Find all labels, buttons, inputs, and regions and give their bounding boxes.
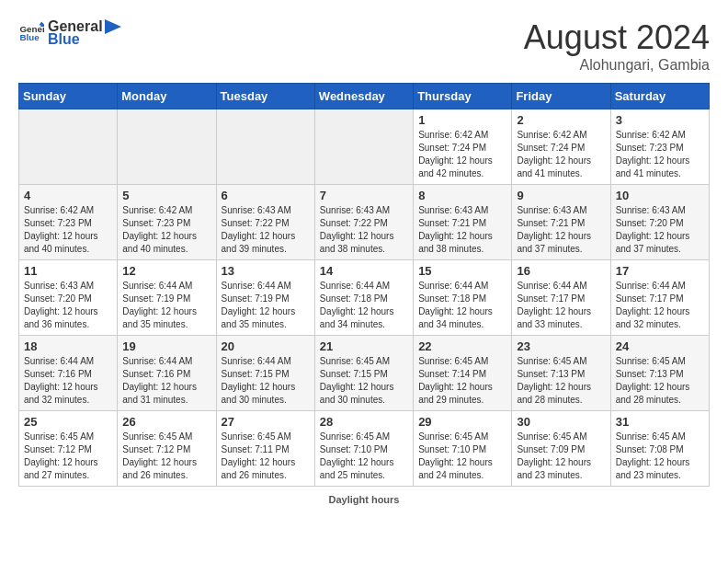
calendar-cell [118,109,216,185]
calendar-cell: 31Sunrise: 6:45 AM Sunset: 7:08 PM Dayli… [610,411,709,487]
logo: General Blue General Blue [18,18,121,48]
calendar-cell: 1Sunrise: 6:42 AM Sunset: 7:24 PM Daylig… [414,109,512,185]
day-info: Sunrise: 6:45 AM Sunset: 7:13 PM Dayligh… [517,355,605,407]
day-number: 31 [616,415,704,429]
day-info: Sunrise: 6:45 AM Sunset: 7:11 PM Dayligh… [222,431,310,482]
calendar-cell: 24Sunrise: 6:45 AM Sunset: 7:13 PM Dayli… [610,336,709,411]
calendar-cell: 26Sunrise: 6:45 AM Sunset: 7:12 PM Dayli… [118,411,216,487]
day-number: 8 [418,189,506,202]
calendar-cell: 25Sunrise: 6:45 AM Sunset: 7:12 PM Dayli… [19,411,118,487]
day-info: Sunrise: 6:42 AM Sunset: 7:23 PM Dayligh… [616,129,704,180]
day-info: Sunrise: 6:45 AM Sunset: 7:12 PM Dayligh… [24,431,112,482]
page-header: General Blue General Blue August 2024 Al… [18,18,710,74]
day-number: 23 [517,339,605,353]
calendar-cell: 16Sunrise: 6:44 AM Sunset: 7:17 PM Dayli… [512,260,610,336]
day-number: 15 [418,264,506,278]
day-info: Sunrise: 6:45 AM Sunset: 7:14 PM Dayligh… [418,355,506,407]
day-number: 6 [222,189,310,202]
day-info: Sunrise: 6:42 AM Sunset: 7:23 PM Dayligh… [122,204,210,256]
calendar-cell: 11Sunrise: 6:43 AM Sunset: 7:20 PM Dayli… [19,260,118,336]
day-number: 18 [24,339,112,353]
calendar-cell [19,109,118,185]
calendar-cell: 9Sunrise: 6:43 AM Sunset: 7:21 PM Daylig… [512,185,610,260]
calendar-week-row: 4Sunrise: 6:42 AM Sunset: 7:23 PM Daylig… [19,185,710,260]
day-info: Sunrise: 6:43 AM Sunset: 7:21 PM Dayligh… [418,204,506,256]
calendar-cell: 8Sunrise: 6:43 AM Sunset: 7:21 PM Daylig… [414,185,512,260]
day-number: 25 [24,415,112,429]
calendar-cell [216,109,314,185]
day-number: 7 [320,189,408,202]
col-header-sunday: Sunday [19,84,118,109]
day-info: Sunrise: 6:43 AM Sunset: 7:21 PM Dayligh… [517,204,605,256]
col-header-saturday: Saturday [610,84,709,109]
day-number: 27 [222,415,310,429]
day-number: 12 [122,264,210,278]
calendar-cell: 13Sunrise: 6:44 AM Sunset: 7:19 PM Dayli… [216,260,314,336]
day-number: 1 [418,113,506,127]
footer: Daylight hours [18,494,710,505]
day-number: 21 [320,339,408,353]
calendar-table: SundayMondayTuesdayWednesdayThursdayFrid… [18,83,710,487]
svg-text:Blue: Blue [19,32,40,42]
title-area: August 2024 Alohungari, Gambia [524,18,710,74]
day-number: 17 [616,264,704,278]
day-info: Sunrise: 6:44 AM Sunset: 7:17 PM Dayligh… [616,280,704,331]
day-info: Sunrise: 6:44 AM Sunset: 7:16 PM Dayligh… [24,355,112,407]
day-info: Sunrise: 6:45 AM Sunset: 7:10 PM Dayligh… [418,431,506,482]
day-number: 9 [517,189,605,202]
calendar-week-row: 11Sunrise: 6:43 AM Sunset: 7:20 PM Dayli… [19,260,710,336]
calendar-cell: 19Sunrise: 6:44 AM Sunset: 7:16 PM Dayli… [118,336,216,411]
day-number: 4 [24,189,112,202]
location-subtitle: Alohungari, Gambia [524,57,710,74]
day-number: 30 [517,415,605,429]
day-number: 29 [418,415,506,429]
calendar-cell: 12Sunrise: 6:44 AM Sunset: 7:19 PM Dayli… [118,260,216,336]
day-info: Sunrise: 6:44 AM Sunset: 7:15 PM Dayligh… [222,355,310,407]
day-info: Sunrise: 6:43 AM Sunset: 7:20 PM Dayligh… [24,280,112,331]
calendar-cell: 5Sunrise: 6:42 AM Sunset: 7:23 PM Daylig… [118,185,216,260]
day-info: Sunrise: 6:44 AM Sunset: 7:18 PM Dayligh… [320,280,408,331]
day-number: 10 [616,189,704,202]
calendar-cell: 21Sunrise: 6:45 AM Sunset: 7:15 PM Dayli… [314,336,413,411]
day-info: Sunrise: 6:45 AM Sunset: 7:10 PM Dayligh… [320,431,408,482]
col-header-friday: Friday [512,84,610,109]
day-info: Sunrise: 6:43 AM Sunset: 7:22 PM Dayligh… [222,204,310,256]
day-info: Sunrise: 6:45 AM Sunset: 7:12 PM Dayligh… [122,431,210,482]
day-number: 11 [24,264,112,278]
day-number: 19 [122,339,210,353]
day-info: Sunrise: 6:45 AM Sunset: 7:08 PM Dayligh… [616,431,704,482]
calendar-cell: 29Sunrise: 6:45 AM Sunset: 7:10 PM Dayli… [414,411,512,487]
day-number: 22 [418,339,506,353]
day-number: 28 [320,415,408,429]
calendar-cell: 20Sunrise: 6:44 AM Sunset: 7:15 PM Dayli… [216,336,314,411]
day-number: 20 [222,339,310,353]
day-info: Sunrise: 6:44 AM Sunset: 7:19 PM Dayligh… [122,280,210,331]
day-info: Sunrise: 6:44 AM Sunset: 7:17 PM Dayligh… [517,280,605,331]
day-number: 13 [222,264,310,278]
calendar-cell: 4Sunrise: 6:42 AM Sunset: 7:23 PM Daylig… [19,185,118,260]
day-info: Sunrise: 6:44 AM Sunset: 7:16 PM Dayligh… [122,355,210,407]
calendar-week-row: 25Sunrise: 6:45 AM Sunset: 7:12 PM Dayli… [19,411,710,487]
calendar-cell: 30Sunrise: 6:45 AM Sunset: 7:09 PM Dayli… [512,411,610,487]
day-info: Sunrise: 6:45 AM Sunset: 7:13 PM Dayligh… [616,355,704,407]
calendar-week-row: 18Sunrise: 6:44 AM Sunset: 7:16 PM Dayli… [19,336,710,411]
col-header-monday: Monday [118,84,216,109]
day-info: Sunrise: 6:44 AM Sunset: 7:18 PM Dayligh… [418,280,506,331]
calendar-cell: 6Sunrise: 6:43 AM Sunset: 7:22 PM Daylig… [216,185,314,260]
day-info: Sunrise: 6:43 AM Sunset: 7:22 PM Dayligh… [320,204,408,256]
calendar-cell: 15Sunrise: 6:44 AM Sunset: 7:18 PM Dayli… [414,260,512,336]
calendar-cell: 14Sunrise: 6:44 AM Sunset: 7:18 PM Dayli… [314,260,413,336]
day-info: Sunrise: 6:42 AM Sunset: 7:23 PM Dayligh… [24,204,112,256]
day-info: Sunrise: 6:43 AM Sunset: 7:20 PM Dayligh… [616,204,704,256]
col-header-wednesday: Wednesday [314,84,413,109]
calendar-cell: 3Sunrise: 6:42 AM Sunset: 7:23 PM Daylig… [610,109,709,185]
day-number: 14 [320,264,408,278]
calendar-cell [314,109,413,185]
day-number: 24 [616,339,704,353]
day-number: 26 [122,415,210,429]
calendar-cell: 17Sunrise: 6:44 AM Sunset: 7:17 PM Dayli… [610,260,709,336]
svg-marker-4 [105,19,121,34]
day-info: Sunrise: 6:45 AM Sunset: 7:09 PM Dayligh… [517,431,605,482]
calendar-cell: 28Sunrise: 6:45 AM Sunset: 7:10 PM Dayli… [314,411,413,487]
logo-arrow-icon [105,19,121,34]
